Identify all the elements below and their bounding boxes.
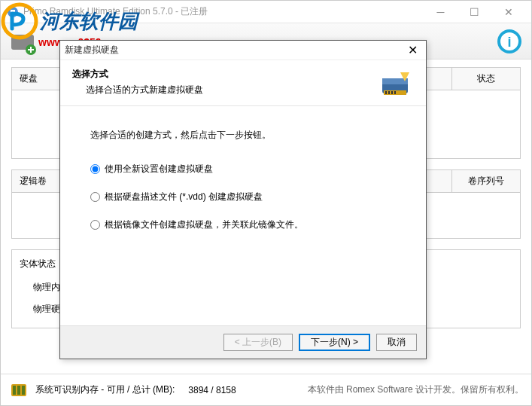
info-icon[interactable]: i: [494, 26, 525, 57]
minimize-button[interactable]: ─: [424, 2, 458, 23]
app-icon: [7, 6, 19, 18]
close-button[interactable]: ✕: [491, 2, 525, 23]
window-title: Primo Ramdisk Ultimate Edition 5.7.0 - 已…: [23, 5, 424, 18]
svg-rect-16: [388, 91, 390, 94]
back-button: < 上一步(B): [223, 334, 293, 351]
titlebar: Primo Ramdisk Ultimate Edition 5.7.0 - 已…: [1, 1, 531, 23]
dialog-title: 新建虚拟硬盘: [65, 44, 403, 56]
svg-rect-10: [17, 386, 20, 395]
cancel-button[interactable]: 取消: [376, 334, 417, 351]
col-serial-label: 卷序列号: [452, 170, 520, 192]
svg-rect-1: [11, 10, 15, 14]
next-button[interactable]: 下一步(N) >: [299, 334, 370, 351]
col-status-label: 状态: [452, 68, 520, 90]
dialog-instruction: 选择合适的创建方式，然后点击下一步按钮。: [90, 129, 396, 142]
radio-option-2[interactable]: 根据硬盘描述文件 (*.vdd) 创建虚拟硬盘: [90, 191, 396, 203]
radio-input-1[interactable]: [90, 164, 100, 174]
copyright-text: 本软件由 Romex Software 设计开发。保留所有权利。: [308, 383, 524, 396]
new-disk-dialog: 新建虚拟硬盘 ✕ 选择方式 选择合适的方式新建虚拟硬盘 选择合适的创建方式，然后…: [59, 40, 427, 359]
memory-icon: [8, 380, 29, 401]
statusbar: 系统可识别内存 - 可用 / 总计 (MB): 3894 / 8158 本软件由…: [1, 374, 531, 405]
dialog-titlebar: 新建虚拟硬盘 ✕: [60, 41, 426, 60]
radio-label-2: 根据硬盘描述文件 (*.vdd) 创建虚拟硬盘: [105, 191, 263, 203]
dialog-body: 选择合适的创建方式，然后点击下一步按钮。 使用全新设置创建虚拟硬盘 根据硬盘描述…: [60, 105, 426, 325]
svg-rect-17: [391, 91, 393, 94]
dialog-close-icon[interactable]: ✕: [403, 43, 421, 58]
svg-rect-18: [394, 91, 396, 94]
maximize-button[interactable]: ☐: [458, 2, 491, 23]
dialog-footer: < 上一步(B) 下一步(N) > 取消: [60, 325, 426, 359]
add-disk-icon[interactable]: [7, 26, 38, 57]
main-window: Primo Ramdisk Ultimate Edition 5.7.0 - 已…: [0, 0, 532, 406]
radio-input-3[interactable]: [90, 220, 100, 230]
dialog-header-sub: 选择合适的方式新建虚拟硬盘: [72, 84, 378, 96]
svg-rect-15: [385, 91, 387, 94]
mem-label: 系统可识别内存 - 可用 / 总计 (MB):: [35, 383, 175, 396]
radio-input-2[interactable]: [90, 192, 100, 202]
radio-option-1[interactable]: 使用全新设置创建虚拟硬盘: [90, 163, 396, 176]
svg-rect-9: [13, 386, 16, 395]
radio-option-3[interactable]: 根据镜像文件创建虚拟硬盘，并关联此镜像文件。: [90, 218, 396, 231]
radio-label-1: 使用全新设置创建虚拟硬盘: [105, 163, 213, 176]
svg-text:i: i: [507, 35, 511, 50]
dialog-header: 选择方式 选择合适的方式新建虚拟硬盘: [60, 60, 426, 105]
radio-label-3: 根据镜像文件创建虚拟硬盘，并关联此镜像文件。: [105, 218, 303, 231]
svg-rect-11: [22, 386, 25, 395]
dialog-header-title: 选择方式: [72, 68, 378, 81]
disk-wizard-icon: [378, 68, 414, 98]
mem-value: 3894 / 8158: [188, 385, 236, 395]
